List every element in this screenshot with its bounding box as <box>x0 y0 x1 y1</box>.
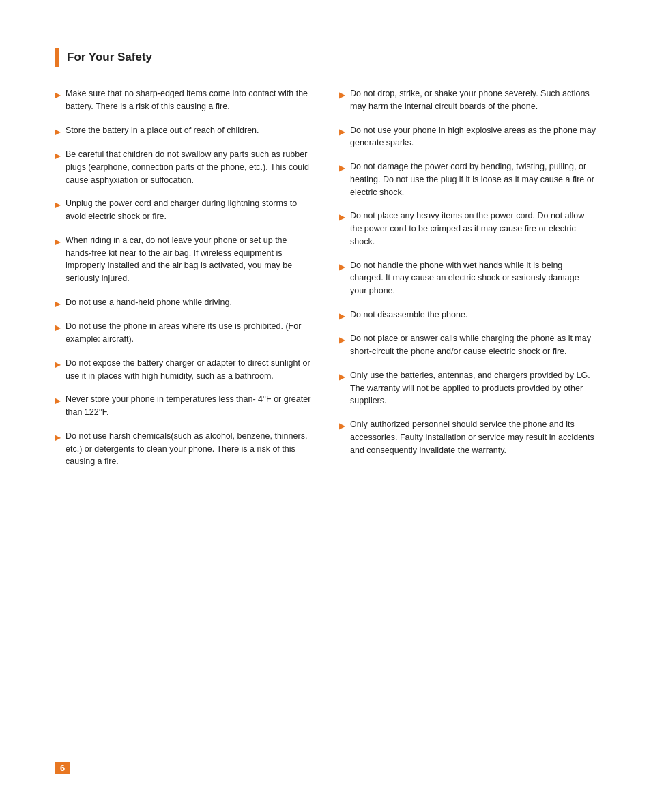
list-item: ▶ Be careful that children do not swallo… <box>55 148 312 186</box>
page-number: 6 <box>55 762 70 774</box>
bullet-arrow-icon: ▶ <box>55 395 60 407</box>
corner-mark-br <box>624 785 637 798</box>
right-column: ▶ Do not drop, strike, or shake your pho… <box>339 87 596 479</box>
bullet-arrow-icon: ▶ <box>339 89 345 101</box>
list-item: ▶ When riding in a car, do not leave you… <box>55 234 312 285</box>
corner-mark-tl <box>14 14 27 27</box>
bullet-text: Do not damage the power cord by bending,… <box>350 160 596 199</box>
page-number-area: 6 <box>55 762 70 774</box>
bullet-arrow-icon: ▶ <box>55 236 60 248</box>
list-item: ▶ Do not expose the battery charger or a… <box>55 357 312 383</box>
list-item: ▶ Only authorized personnel should servi… <box>339 418 596 456</box>
list-item: ▶ Do not handle the phone with wet hands… <box>339 259 596 298</box>
bullet-text: Do not handle the phone with wet hands w… <box>350 259 596 298</box>
bullet-text: Do not disassemble the phone. <box>350 308 596 321</box>
bullet-arrow-icon: ▶ <box>339 371 345 383</box>
bullet-arrow-icon: ▶ <box>339 162 345 174</box>
rule-bottom <box>55 779 596 779</box>
list-item: ▶ Do not drop, strike, or shake your pho… <box>339 87 596 113</box>
rule-top <box>55 33 596 33</box>
bullet-text: Do not place any heavy items on the powe… <box>350 209 596 248</box>
list-item: ▶ Do not place or answer calls while cha… <box>339 332 596 358</box>
bullet-text: Never store your phone in temperatures l… <box>66 393 312 419</box>
list-item: ▶ Only use the batteries, antennas, and … <box>339 369 596 407</box>
bullet-text: Do not drop, strike, or shake your phone… <box>350 87 596 113</box>
bullet-arrow-icon: ▶ <box>55 89 60 101</box>
bullet-arrow-icon: ▶ <box>339 126 345 138</box>
bullet-arrow-icon: ▶ <box>339 261 345 273</box>
page: For Your Safety ▶ Make sure that no shar… <box>0 0 651 812</box>
list-item: ▶ Make sure that no sharp-edged items co… <box>55 87 312 113</box>
bullet-text: Do not place or answer calls while charg… <box>350 332 596 358</box>
section-header: For Your Safety <box>55 48 596 67</box>
list-item: ▶ Do not use a hand-held phone while dri… <box>55 296 312 310</box>
bullet-text: Make sure that no sharp-edged items come… <box>66 87 312 113</box>
bullet-text: Only use the batteries, antennas, and ch… <box>350 369 596 407</box>
list-item: ▶ Unplug the power cord and charger duri… <box>55 197 312 223</box>
bullet-arrow-icon: ▶ <box>55 432 60 444</box>
list-item: ▶ Do not disassemble the phone. <box>339 308 596 322</box>
bullet-arrow-icon: ▶ <box>55 298 60 310</box>
bullet-arrow-icon: ▶ <box>55 199 60 211</box>
bullet-text: Unplug the power cord and charger during… <box>66 197 312 223</box>
bullet-arrow-icon: ▶ <box>55 322 60 334</box>
corner-mark-bl <box>14 785 27 798</box>
list-item: ▶ Do not use your phone in high explosiv… <box>339 124 596 150</box>
left-column: ▶ Make sure that no sharp-edged items co… <box>55 87 312 479</box>
list-item: ▶ Do not use the phone in areas where it… <box>55 320 312 346</box>
list-item: ▶ Never store your phone in temperatures… <box>55 393 312 419</box>
bullet-arrow-icon: ▶ <box>55 126 60 138</box>
list-item: ▶ Do not damage the power cord by bendin… <box>339 160 596 199</box>
bullet-text: Do not expose the battery charger or ada… <box>66 357 312 383</box>
bullet-text: Store the battery in a place out of reac… <box>66 124 312 137</box>
bullet-text: Only authorized personnel should service… <box>350 418 596 456</box>
bullet-text: Do not use your phone in high explosive … <box>350 124 596 150</box>
list-item: ▶ Do not place any heavy items on the po… <box>339 209 596 248</box>
page-title: For Your Safety <box>67 50 152 64</box>
bullet-text: Be careful that children do not swallow … <box>66 148 312 186</box>
bullet-arrow-icon: ▶ <box>339 334 345 346</box>
content-columns: ▶ Make sure that no sharp-edged items co… <box>55 87 596 479</box>
list-item: ▶ Do not use harsh chemicals(such as alc… <box>55 430 312 468</box>
bullet-arrow-icon: ▶ <box>55 150 60 162</box>
bullet-arrow-icon: ▶ <box>339 310 345 322</box>
left-bullet-list: ▶ Make sure that no sharp-edged items co… <box>55 87 312 468</box>
bullet-text: Do not use a hand-held phone while drivi… <box>66 296 312 309</box>
bullet-text: When riding in a car, do not leave your … <box>66 234 312 285</box>
list-item: ▶ Store the battery in a place out of re… <box>55 124 312 138</box>
bullet-text: Do not use the phone in areas where its … <box>66 320 312 346</box>
bullet-arrow-icon: ▶ <box>55 359 60 371</box>
bullet-arrow-icon: ▶ <box>339 212 345 223</box>
corner-mark-tr <box>624 14 637 27</box>
bullet-text: Do not use harsh chemicals(such as alcoh… <box>66 430 312 468</box>
orange-accent-bar <box>55 48 59 67</box>
bullet-arrow-icon: ▶ <box>339 420 345 432</box>
right-bullet-list: ▶ Do not drop, strike, or shake your pho… <box>339 87 596 456</box>
